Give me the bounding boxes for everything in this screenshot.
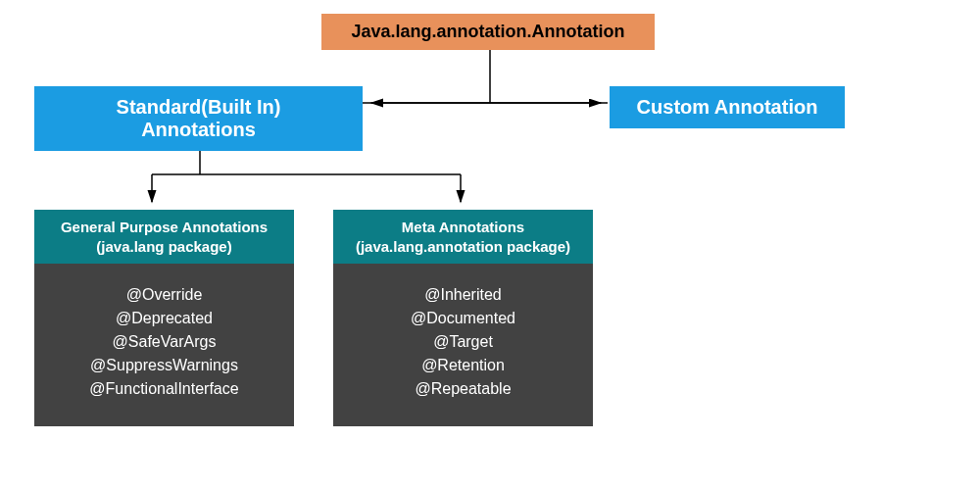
general-item: @SuppressWarnings <box>44 354 284 377</box>
meta-item: @Inherited <box>343 283 583 307</box>
meta-header: Meta Annotations (java.lang.annotation p… <box>333 210 593 264</box>
meta-title-line2: (java.lang.annotation package) <box>343 237 583 257</box>
general-item: @FunctionalInterface <box>44 377 284 401</box>
meta-item: @Target <box>343 330 583 354</box>
general-purpose-card: General Purpose Annotations (java.lang p… <box>34 210 294 426</box>
custom-annotation-box: Custom Annotation <box>610 86 845 128</box>
general-item: @Deprecated <box>44 307 284 330</box>
meta-annotations-card: Meta Annotations (java.lang.annotation p… <box>333 210 593 426</box>
meta-title-line1: Meta Annotations <box>343 218 583 237</box>
general-title-line1: General Purpose Annotations <box>44 218 284 237</box>
standard-label: Standard(Built In) Annotations <box>58 96 339 141</box>
general-body: @Override @Deprecated @SafeVarArgs @Supp… <box>34 264 294 426</box>
root-annotation-box: Java.lang.annotation.Annotation <box>321 14 655 50</box>
general-item: @SafeVarArgs <box>44 330 284 354</box>
general-item: @Override <box>44 283 284 307</box>
root-label: Java.lang.annotation.Annotation <box>351 22 624 42</box>
meta-item: @Documented <box>343 307 583 330</box>
meta-item: @Retention <box>343 354 583 377</box>
meta-body: @Inherited @Documented @Target @Retentio… <box>333 264 593 426</box>
custom-label: Custom Annotation <box>637 96 818 119</box>
meta-item: @Repeatable <box>343 377 583 401</box>
general-title-line2: (java.lang package) <box>44 237 284 257</box>
general-header: General Purpose Annotations (java.lang p… <box>34 210 294 264</box>
standard-annotations-box: Standard(Built In) Annotations <box>34 86 363 151</box>
